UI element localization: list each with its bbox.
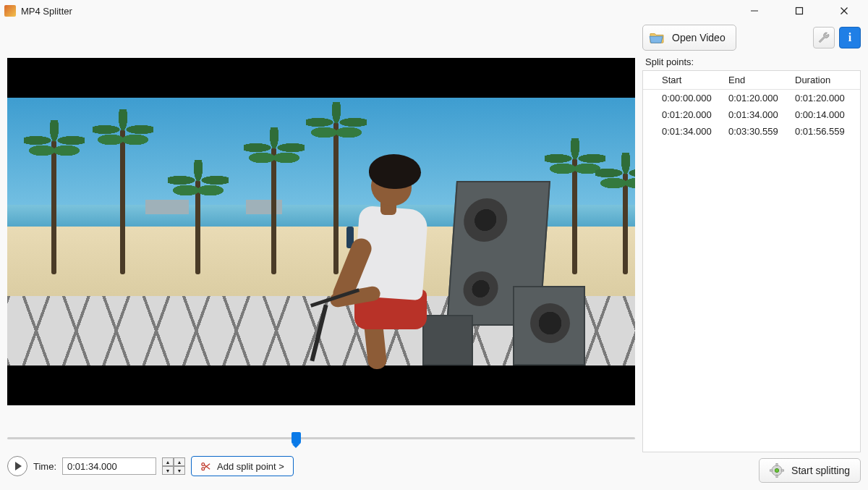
cell-duration: 0:00:14.000	[795, 109, 857, 120]
table-row[interactable]: 0:00:00.0000:01:20.0000:01:20.000	[643, 90, 860, 106]
cell-end: 0:01:20.000	[728, 93, 795, 104]
cell-start: 0:00:00.000	[662, 93, 728, 104]
col-end[interactable]: End	[728, 75, 795, 85]
cell-end: 0:03:30.559	[728, 126, 795, 137]
col-start[interactable]: Start	[662, 75, 728, 85]
time-input[interactable]: 0:01:34.000	[62, 457, 156, 475]
open-video-button[interactable]: Open Video	[642, 25, 736, 51]
time-fine-up-button[interactable]: ▲	[174, 457, 185, 466]
scrubber-track	[7, 437, 635, 439]
info-button[interactable]: i	[839, 27, 861, 48]
video-frame	[7, 98, 635, 366]
svg-rect-12	[781, 470, 783, 471]
table-row[interactable]: 0:01:20.0000:01:34.0000:00:14.000	[643, 106, 860, 123]
maximize-button[interactable]	[784, 1, 814, 21]
play-button[interactable]	[7, 456, 27, 476]
time-label: Time:	[33, 461, 56, 472]
folder-icon	[649, 31, 665, 44]
time-fine-down-button[interactable]: ▼	[174, 466, 185, 475]
svg-rect-9	[776, 463, 778, 465]
cell-end: 0:01:34.000	[728, 109, 795, 120]
col-duration[interactable]: Duration	[795, 75, 857, 85]
info-icon: i	[848, 31, 851, 44]
cell-start: 0:01:34.000	[662, 126, 728, 137]
time-value: 0:01:34.000	[67, 461, 117, 472]
add-split-point-label: Add split point >	[217, 461, 284, 472]
table-body: 0:00:00.0000:01:20.0000:01:20.0000:01:20…	[643, 90, 860, 140]
app-title: MP4 Splitter	[21, 6, 72, 17]
table-header: Start End Duration	[643, 71, 860, 90]
cell-duration: 0:01:56.559	[795, 126, 857, 137]
start-splitting-label: Start splitting	[791, 465, 850, 476]
video-preview[interactable]	[7, 58, 635, 405]
scissors-icon	[200, 461, 211, 472]
time-up-button[interactable]: ▲	[162, 457, 174, 466]
open-video-label: Open Video	[672, 32, 726, 43]
time-down-button[interactable]: ▼	[162, 466, 174, 475]
close-button[interactable]	[829, 1, 859, 21]
wrench-icon	[817, 31, 830, 44]
add-split-point-button[interactable]: Add split point >	[191, 456, 294, 476]
cell-start: 0:01:20.000	[662, 109, 728, 120]
timeline-scrubber[interactable]	[7, 431, 635, 445]
svg-rect-10	[776, 475, 778, 477]
time-spinner: ▲ ▼ ▲ ▼	[162, 457, 185, 475]
svg-rect-1	[796, 8, 803, 14]
svg-rect-11	[770, 470, 772, 471]
app-icon	[4, 5, 16, 17]
svg-point-13	[775, 468, 778, 472]
gear-icon	[770, 463, 784, 478]
table-row[interactable]: 0:01:34.0000:03:30.5590:01:56.559	[643, 123, 860, 140]
titlebar: MP4 Splitter	[0, 0, 868, 22]
minimize-button[interactable]	[739, 1, 770, 21]
settings-button[interactable]	[813, 27, 835, 48]
play-icon	[15, 462, 22, 470]
split-points-label: Split points:	[645, 56, 861, 67]
split-points-table: Start End Duration 0:00:00.0000:01:20.00…	[642, 70, 861, 452]
start-splitting-button[interactable]: Start splitting	[759, 458, 861, 483]
scrubber-thumb[interactable]	[292, 432, 301, 444]
window-controls	[739, 1, 864, 21]
cell-duration: 0:01:20.000	[795, 93, 857, 104]
